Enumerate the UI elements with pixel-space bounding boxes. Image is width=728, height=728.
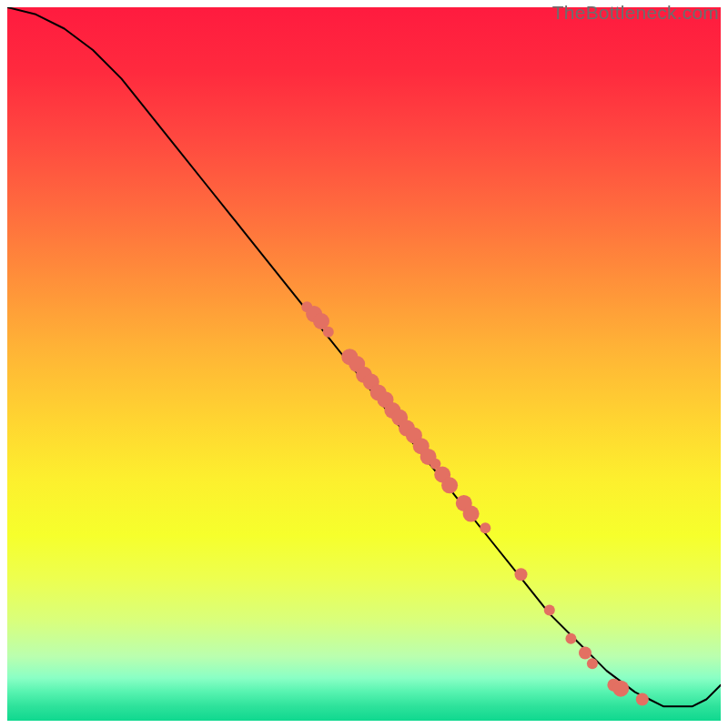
bottleneck-curve: [7, 7, 721, 706]
data-point: [515, 568, 528, 581]
chart-container: TheBottleneck.com: [0, 0, 728, 728]
data-point: [612, 681, 629, 697]
data-point: [441, 477, 458, 493]
highlighted-points-group: [301, 301, 649, 705]
data-point: [565, 633, 576, 644]
data-point: [463, 506, 480, 522]
watermark-text: TheBottleneck.com: [552, 2, 719, 24]
data-point: [544, 605, 555, 616]
data-point: [480, 522, 490, 533]
data-point: [587, 658, 598, 669]
data-point: [579, 647, 592, 660]
chart-overlay-svg: [7, 7, 721, 721]
data-point: [323, 327, 334, 338]
data-point: [636, 693, 649, 706]
